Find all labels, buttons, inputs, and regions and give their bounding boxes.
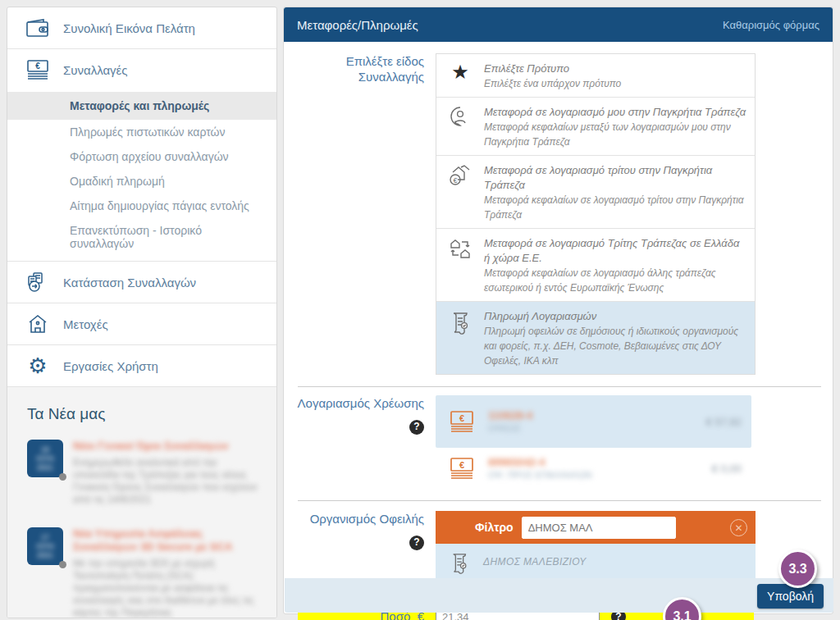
account-name: ΟΨΕΩΣ <box>488 422 696 434</box>
account-info: 89965042-4 ΟΨ. ΠΡΟΣ ΕΠΑΛΛΗΛΩΝ <box>488 456 702 481</box>
news-title: Τα Νέα μας <box>27 405 260 423</box>
bank-transfer-icon <box>445 235 476 260</box>
svg-text:€: € <box>459 413 464 423</box>
option-title: Μεταφορά σε λογαριασμό Τρίτης Τράπεζας σ… <box>484 237 739 264</box>
sidebar-item-label: Εργασίες Χρήστη <box>63 359 158 373</box>
option-transfer-other-bank[interactable]: Μεταφορά σε λογαριασμό Τρίτης Τράπεζας σ… <box>436 229 755 302</box>
account-number: 110628-4 <box>488 409 696 422</box>
sidebar-item-label: Συνολική Εικόνα Πελάτη <box>63 21 195 35</box>
option-text: Μεταφορά σε λογαριασμό μου στην Παγκρήτι… <box>484 104 746 148</box>
submenu-transfers-payments[interactable]: Μεταφορές και πληρωμές <box>7 92 276 120</box>
news-item[interactable]: 18 ΙΟΥΝ 2021 Νέοι Γενικοί Όροι Συναλλαγώ… <box>27 440 260 506</box>
option-subtitle: Πληρωμή οφειλών σε δημόσιους ή ιδιωτικού… <box>484 326 738 367</box>
person-circle-icon <box>445 104 476 127</box>
transactions-submenu: Μεταφορές και πληρωμές Πληρωμές πιστωτικ… <box>7 90 276 262</box>
option-text: Μεταφορά σε λογαριασμό Τρίτης Τράπεζας σ… <box>484 235 746 294</box>
svg-text:€: € <box>453 176 457 185</box>
pin-icon <box>59 561 66 568</box>
sidebar: Συνολική Εικόνα Πελάτη € Συναλλαγές Μετα… <box>7 7 277 618</box>
option-select-template[interactable]: ★ Επιλέξτε Πρότυπο Επιλέξτε ένα υπάρχον … <box>436 54 755 98</box>
option-transfer-third-party[interactable]: € Μεταφορά σε λογαριασμό τρίτου στην Παγ… <box>436 156 755 229</box>
option-subtitle: Επιλέξτε ένα υπάρχον πρότυπο <box>484 78 621 89</box>
option-subtitle: Μεταφορά κεφαλαίων μεταξύ των λογαριασμώ… <box>484 121 731 148</box>
news-item-text: Ενημερωθείτε αναλυτικά από την υποσελίδα… <box>73 457 260 506</box>
option-subtitle: Μεταφορά κεφαλαίων σε λογαριασμό τρίτου … <box>484 194 744 221</box>
wallet-icon <box>24 16 52 39</box>
divider <box>298 386 821 387</box>
account-balance: € 57,92 <box>706 416 742 428</box>
organization-result-name: ΔΗΜΟΣ ΜΑΛΕΒΙΖΙΟΥ <box>483 556 587 568</box>
debit-account-list: € 110628-4 ΟΨΕΩΣ € 57,92 € <box>436 395 751 489</box>
bill-receipt-icon <box>445 308 476 335</box>
sidebar-item-label: Συναλλαγές <box>63 63 128 77</box>
option-title: Επιλέξτε Πρότυπο <box>484 62 569 75</box>
account-name: ΟΨ. ΠΡΟΣ ΕΠΑΛΛΗΛΩΝ <box>488 469 702 481</box>
account-balance: € 0,00 <box>712 463 742 475</box>
main-panel: Μεταφορές/Πληρωμές Καθαρισμός φόρμας Επι… <box>283 7 833 614</box>
clear-form-link[interactable]: Καθαρισμός φόρμας <box>723 19 819 31</box>
sidebar-item-shares[interactable]: Μετοχές <box>7 303 276 345</box>
news-body: Νέα Υπηρεσία Ασφάλειας Συναλλαγών 3D Sec… <box>73 527 260 618</box>
transaction-type-section: Επιλέξτε είδος Συναλλαγής ★ Επιλέξτε Πρό… <box>284 53 833 375</box>
submenu-standing-order[interactable]: Αίτημα δημιουργίας πάγιας εντολής <box>7 194 276 218</box>
news-item[interactable]: 17 ΙΟΥΝ 2021 Νέα Υπηρεσία Ασφάλειας Συνα… <box>27 527 260 618</box>
sidebar-item-transaction-status[interactable]: Κατάσταση Συναλλαγών <box>7 262 276 303</box>
sidebar-item-user-tasks[interactable]: ⚙ Εργασίες Χρήστη <box>7 345 276 387</box>
option-text: Μεταφορά σε λογαριασμό τρίτου στην Παγκρ… <box>484 162 746 221</box>
submenu-credit-card-payments[interactable]: Πληρωμές πιστωτικών καρτών <box>7 120 276 144</box>
main-header: Μεταφορές/Πληρωμές Καθαρισμός φόρμας <box>284 7 833 42</box>
sidebar-item-transactions[interactable]: € Συναλλαγές <box>7 49 276 90</box>
filter-label: Φίλτρο <box>475 521 514 534</box>
submenu-bulk-payment[interactable]: Ομαδική πληρωμή <box>7 169 276 194</box>
news-item-title: Νέα Υπηρεσία Ασφάλειας Συναλλαγών 3D Sec… <box>73 527 260 554</box>
transaction-status-icon <box>24 271 52 294</box>
organization-content: Φίλτρο ✕ ΔΗΜΟΣ ΜΑΛΕΒΙΖΙΟΥ <box>436 511 756 580</box>
option-title: Πληρωμή Λογαριασμών <box>484 310 596 322</box>
divider <box>298 500 821 501</box>
option-subtitle: Μεταφορά κεφαλαίων σε λογαριασμό άλλης τ… <box>484 267 716 294</box>
account-row-selected[interactable]: € 110628-4 ΟΨΕΩΣ € 57,92 <box>436 395 751 448</box>
option-transfer-own-account[interactable]: Μεταφορά σε λογαριασμό μου στην Παγκρήτι… <box>436 98 755 156</box>
organization-label: Οργανισμός Οφειλής ? <box>284 511 436 580</box>
submenu-file-upload[interactable]: Φόρτωση αρχείου συναλλαγών <box>7 144 276 169</box>
option-text: Επιλέξτε Πρότυπο Επιλέξτε ένα υπάρχον πρ… <box>484 61 621 90</box>
star-icon: ★ <box>445 61 476 82</box>
news-body: Νέοι Γενικοί Όροι Συναλλαγών Ενημερωθείτ… <box>73 440 260 506</box>
news-date: 18 ΙΟΥΝ 2021 <box>31 445 59 472</box>
option-title: Μεταφορά σε λογαριασμό μου στην Παγκρήτι… <box>484 106 746 118</box>
account-number: 89965042-4 <box>488 456 702 469</box>
news-section: Τα Νέα μας 18 ΙΟΥΝ 2021 Νέοι Γενικοί Όρο… <box>7 387 276 618</box>
organization-filter-bar: Φίλτρο ✕ <box>436 511 756 544</box>
page-title: Μεταφορές/Πληρωμές <box>297 18 418 32</box>
submit-button[interactable]: Υποβολή <box>757 584 824 609</box>
svg-text:€: € <box>459 460 464 470</box>
organization-filter-input[interactable] <box>522 517 676 539</box>
bill-receipt-icon <box>445 549 473 574</box>
organization-result-row[interactable]: ΔΗΜΟΣ ΜΑΛΕΒΙΖΙΟΥ <box>436 544 756 580</box>
money-icon: € <box>445 409 478 434</box>
help-icon[interactable]: ? <box>409 420 424 435</box>
news-item-title: Νέοι Γενικοί Όροι Συναλλαγών <box>73 440 260 453</box>
sidebar-item-overview[interactable]: Συνολική Εικόνα Πελάτη <box>7 7 276 49</box>
news-date: 17 ΙΟΥΝ 2021 <box>31 533 59 560</box>
house-euro-icon: € <box>445 162 476 187</box>
sidebar-item-label: Κατάσταση Συναλλαγών <box>63 276 196 289</box>
gear-icon: ⚙ <box>24 354 52 377</box>
organization-section: Οργανισμός Οφειλής ? Φίλτρο ✕ ΔΗΜΟΣ ΜΑΛΕ… <box>284 511 833 580</box>
option-text: Πληρωμή Λογαριασμών Πληρωμή οφειλών σε δ… <box>484 308 746 367</box>
sidebar-item-label: Μετοχές <box>63 317 108 331</box>
help-icon[interactable]: ? <box>409 536 424 550</box>
footer-bar: 3.3 Υποβολή <box>285 578 833 613</box>
news-item-text: Με την υπηρεσία 3DS με ισχυρή Ταυτοποίησ… <box>73 558 260 618</box>
clear-filter-icon[interactable]: ✕ <box>730 519 747 536</box>
transaction-type-label: Επιλέξτε είδος Συναλλαγής <box>284 53 436 375</box>
debit-account-section: Λογαριασμός Χρέωσης ? € 110628-4 ΟΨΕΩΣ €… <box>284 395 833 489</box>
banknotes-icon: € <box>24 58 52 81</box>
option-bill-payment[interactable]: Πληρωμή Λογαριασμών Πληρωμή οφειλών σε δ… <box>436 302 755 374</box>
house-icon <box>24 312 52 335</box>
option-title: Μεταφορά σε λογαριασμό τρίτου στην Παγκρ… <box>484 164 712 191</box>
account-info: 110628-4 ΟΨΕΩΣ <box>488 409 696 434</box>
submenu-reprint-history[interactable]: Επανεκτύπωση - Ιστορικό συναλλαγών <box>7 218 276 256</box>
account-row[interactable]: € 89965042-4 ΟΨ. ΠΡΟΣ ΕΠΑΛΛΗΛΩΝ € 0,00 <box>436 448 751 489</box>
transaction-type-list: ★ Επιλέξτε Πρότυπο Επιλέξτε ένα υπάρχον … <box>436 53 756 375</box>
